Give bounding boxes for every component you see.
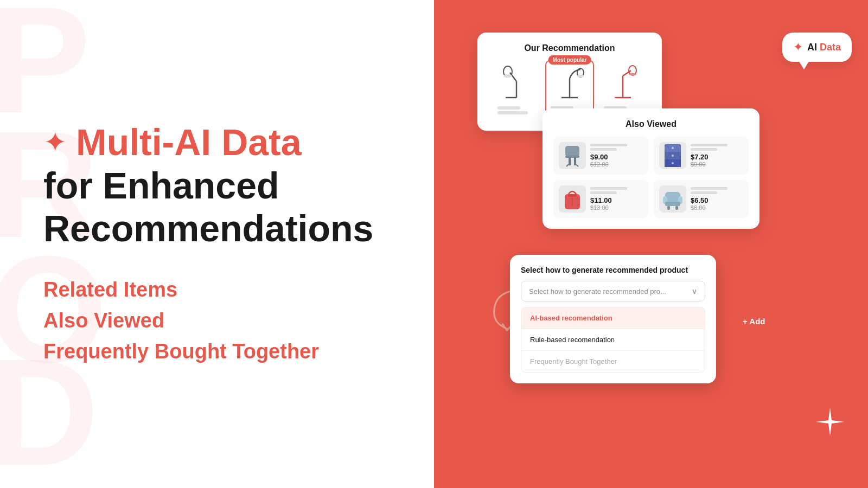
av-item-chair[interactable]: $9.00 $12.00 [553, 137, 648, 175]
title-main-line2: Recommendations [43, 207, 391, 249]
svg-rect-34 [667, 206, 670, 210]
dropdown-options: AI-based recomendation Rule-based recome… [521, 307, 705, 373]
dropdown-option-ai[interactable]: AI-based recomendation [521, 307, 705, 329]
svg-line-19 [576, 164, 578, 166]
title-line-1: ✦ Multi-AI Data [43, 122, 391, 163]
dropdown-label: Select how to generate recommended produ… [521, 266, 705, 274]
product-image-2 [551, 65, 589, 103]
sparkle-icon: ✦ [43, 128, 67, 156]
title-ai: Multi-AI Data [76, 122, 302, 163]
av-price-old-chair: $12.00 [590, 161, 643, 168]
dropdown-option-fbt[interactable]: Frequently Bought Together [521, 351, 705, 372]
dropdown-card: Select how to generate recommended produ… [510, 255, 716, 383]
svg-rect-33 [665, 202, 680, 206]
av-info-armchair: $6.50 $8.00 [691, 187, 743, 211]
av-item-cabinet[interactable]: $7.20 $9.00 [654, 137, 749, 175]
dropdown-select-text: Select how to generate recommended pro..… [529, 287, 666, 296]
svg-rect-14 [565, 146, 579, 157]
feature-frequently-bought: Frequently Bought Together [43, 337, 391, 366]
recommendation-card-title: Our Recommendation [488, 43, 651, 53]
svg-rect-17 [565, 156, 579, 158]
av-info-bag: $11.00 $13.00 [590, 187, 643, 211]
av-info-cabinet: $7.20 $9.00 [691, 144, 743, 168]
ai-data-bubble: ✦ AI Data [782, 33, 852, 62]
rec-product-1[interactable] [492, 60, 541, 120]
svg-point-4 [503, 74, 512, 78]
av-price-old-cabinet: $9.00 [691, 161, 743, 168]
av-info-chair: $9.00 $12.00 [590, 144, 643, 168]
av-price-new-armchair: $6.50 [691, 196, 743, 204]
product-price-lines-1 [497, 106, 535, 114]
title-main-line1: for Enhanced [43, 164, 391, 207]
product-image-3 [604, 65, 642, 103]
svg-rect-28 [568, 194, 577, 197]
svg-point-26 [672, 162, 674, 164]
chevron-down-icon: ∨ [692, 287, 697, 296]
feature-list: Related Items Also Viewed Frequently Bou… [43, 275, 391, 367]
svg-rect-30 [665, 192, 680, 202]
dropdown-select[interactable]: Select how to generate recommended pro..… [521, 281, 705, 301]
svg-rect-16 [574, 157, 576, 165]
av-price-new-cabinet: $7.20 [691, 153, 743, 161]
svg-point-25 [672, 155, 674, 157]
svg-point-8 [577, 75, 584, 78]
av-price-new-bag: $11.00 [590, 196, 643, 204]
also-viewed-title: Also Viewed [553, 119, 749, 129]
dropdown-option-rule[interactable]: Rule-based recomendation [521, 329, 705, 351]
sparkle-decoration [814, 406, 846, 445]
svg-rect-15 [569, 157, 571, 165]
av-price-old-bag: $13.00 [590, 204, 643, 211]
title-block: ✦ Multi-AI Data for Enhanced Recommendat… [43, 122, 391, 367]
most-popular-badge: Most popular [548, 55, 591, 65]
svg-point-24 [672, 147, 674, 149]
ai-bubble-text: AI Data [807, 42, 841, 53]
av-price-new-chair: $9.00 [590, 153, 643, 161]
add-button[interactable]: + Add [730, 310, 778, 332]
left-panel: P R O D ✦ Multi-AI Data for Enhanced Rec… [0, 0, 434, 488]
also-viewed-card: Also Viewed [542, 108, 760, 229]
also-viewed-grid: $9.00 $12.00 [553, 137, 749, 218]
bubble-tail [799, 61, 809, 69]
bg-letter-r: P [0, 0, 85, 136]
svg-point-13 [629, 73, 636, 76]
av-price-old-armchair: $8.00 [691, 204, 743, 211]
av-img-bag [559, 185, 586, 213]
av-img-armchair [659, 185, 686, 213]
feature-also-viewed: Also Viewed [43, 306, 391, 335]
feature-related-items: Related Items [43, 275, 391, 304]
av-img-cabinet [659, 142, 686, 169]
ai-bubble-sparkle-icon: ✦ [793, 40, 803, 54]
svg-line-18 [566, 164, 569, 166]
av-item-bag[interactable]: $11.00 $13.00 [553, 180, 648, 218]
right-panel: ✦ AI Data Our Recommendation [434, 0, 868, 488]
product-image-1 [497, 65, 535, 103]
av-item-armchair[interactable]: $6.50 $8.00 [654, 180, 749, 218]
av-img-chair [559, 142, 586, 169]
svg-rect-35 [675, 206, 678, 210]
